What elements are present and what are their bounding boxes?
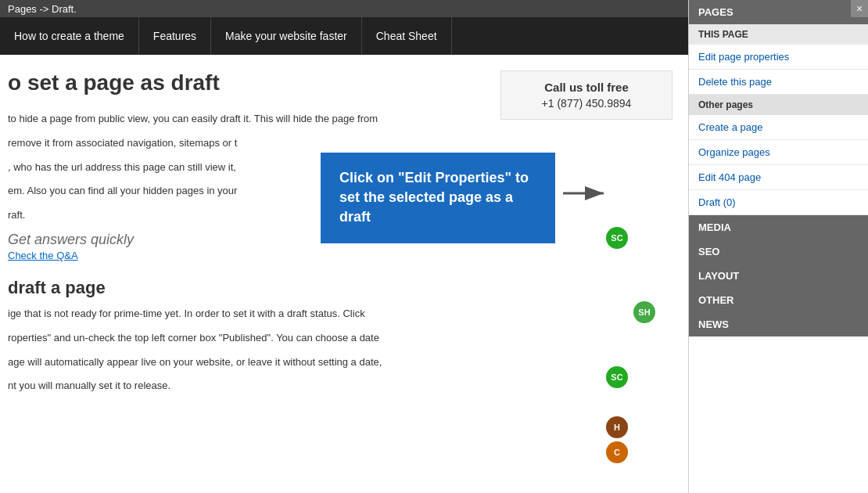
sidebar-item-delete-this-page[interactable]: Delete this page bbox=[689, 70, 868, 95]
nav-tab-1[interactable]: Features bbox=[139, 17, 211, 55]
body-text-2: remove it from associated navigation, si… bbox=[8, 135, 673, 152]
check-qa-link[interactable]: Check the Q&A bbox=[8, 250, 78, 261]
breadcrumb: Pages -> Draft. bbox=[0, 0, 688, 17]
section-text-4: nt you will manually set it to release. bbox=[8, 378, 673, 394]
call-us-title: Call us toll free bbox=[514, 81, 659, 94]
badge-sc-2: SC bbox=[606, 366, 628, 388]
get-answers-text: Get answers quickly bbox=[8, 232, 134, 247]
badge-sc-1: SC bbox=[606, 227, 628, 249]
sidebar-item-edit-page-properties[interactable]: Edit page properties bbox=[689, 45, 868, 70]
sidebar-other-header[interactable]: OTHER bbox=[689, 288, 868, 312]
sidebar-layout-header[interactable]: LAYOUT bbox=[689, 264, 868, 288]
sidebar-this-page-label: This page bbox=[689, 24, 868, 45]
sidebar-item-create-page[interactable]: Create a page bbox=[689, 115, 868, 140]
section-text-3: age will automatically appear live on yo… bbox=[8, 354, 673, 371]
sidebar-seo-header[interactable]: SEO bbox=[689, 239, 868, 264]
call-us-box: Call us toll free +1 (877) 450.9894 bbox=[500, 70, 673, 120]
nav-tab-3[interactable]: Cheat Sheet bbox=[362, 17, 452, 55]
sidebar-item-organize-pages[interactable]: Organize pages bbox=[689, 140, 868, 165]
sidebar-item-edit-404[interactable]: Edit 404 page bbox=[689, 165, 868, 190]
close-button[interactable]: × bbox=[851, 0, 868, 17]
tooltip-box: Click on "Edit Properties" to set the se… bbox=[321, 153, 555, 243]
call-us-number: +1 (877) 450.9894 bbox=[514, 97, 659, 110]
arrow-right-icon bbox=[563, 182, 610, 205]
sidebar-item-draft[interactable]: Draft (0) bbox=[689, 190, 868, 215]
badge-sh: SH bbox=[633, 301, 655, 323]
badge-c: C bbox=[606, 441, 628, 463]
sidebar: PAGES This page Edit page properties Del… bbox=[688, 0, 868, 493]
tooltip-text: Click on "Edit Properties" to set the se… bbox=[339, 170, 529, 225]
section-title: draft a page bbox=[8, 278, 673, 298]
main-content: Pages -> Draft. How to create a theme Fe… bbox=[0, 0, 688, 493]
sidebar-pages-header[interactable]: PAGES bbox=[689, 0, 868, 24]
sidebar-other-pages-label: Other pages bbox=[689, 95, 868, 115]
sidebar-media-header[interactable]: MEDIA bbox=[689, 215, 868, 239]
nav-tabs: How to create a theme Features Make your… bbox=[0, 17, 688, 55]
breadcrumb-text: Pages -> Draft. bbox=[8, 3, 77, 15]
nav-tab-0[interactable]: How to create a theme bbox=[0, 17, 139, 55]
section-text-2: roperties" and un-check the top left cor… bbox=[8, 330, 673, 347]
sidebar-news-header[interactable]: NEWS bbox=[689, 312, 868, 336]
section-text-1: ige that is not ready for prime-time yet… bbox=[8, 306, 673, 322]
badge-h: H bbox=[606, 416, 628, 438]
nav-tab-2[interactable]: Make your website faster bbox=[211, 17, 362, 55]
